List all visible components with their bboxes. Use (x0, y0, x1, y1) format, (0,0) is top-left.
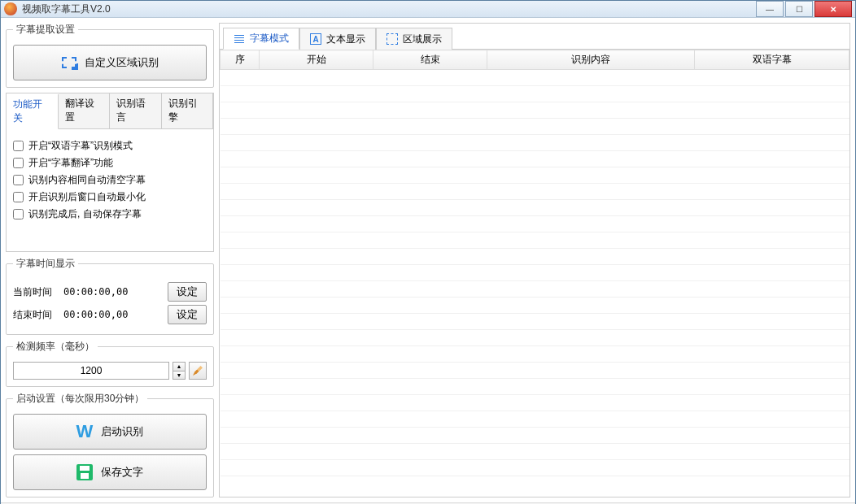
table-row[interactable] (221, 346, 849, 363)
set-current-time-button[interactable]: 设定 (168, 282, 207, 302)
col-end[interactable]: 结束 (373, 50, 487, 70)
frequency-row: ▲ ▼ (13, 362, 207, 380)
check-minimize-after[interactable]: 开启识别后窗口自动最小化 (13, 190, 207, 204)
start-recognition-button[interactable]: W 启动识别 (13, 414, 207, 450)
table-row[interactable] (221, 476, 849, 493)
app-icon (4, 2, 17, 15)
check-bilingual-mode[interactable]: 开启“双语字幕”识别模式 (13, 139, 207, 153)
tab-function-switch[interactable]: 功能开关 (7, 94, 59, 129)
app-window: 视频取字幕工具V2.0 — ☐ ✕ 字幕提取设置 自定义区域识别 功能开关 翻译… (0, 0, 856, 504)
maximize-button[interactable]: ☐ (785, 1, 813, 17)
table-row[interactable] (221, 200, 849, 216)
check-minimize-after-label: 开启识别后窗口自动最小化 (28, 190, 146, 204)
tab-recognize-engine[interactable]: 识别引擎 (162, 93, 214, 128)
set-end-time-button[interactable]: 设定 (168, 305, 207, 324)
table-row[interactable] (221, 411, 849, 428)
table-row[interactable] (221, 428, 849, 444)
check-autosave-input[interactable] (13, 209, 24, 219)
tab-region-display-label: 区域展示 (403, 33, 442, 46)
table-row[interactable] (221, 314, 849, 330)
check-bilingual-mode-input[interactable] (13, 141, 24, 151)
table-row[interactable] (221, 395, 849, 411)
end-time-row: 结束时间 00:00:00,00 设定 (13, 305, 207, 324)
window-buttons: — ☐ ✕ (754, 1, 852, 17)
subtitle-table: 序 开始 结束 识别内容 双语字幕 (220, 50, 849, 493)
tab-text-display-label: 文本显示 (326, 33, 365, 46)
tab-recognize-language[interactable]: 识别语言 (110, 93, 162, 128)
start-settings-title: 启动设置（每次限用30分钟） (13, 392, 147, 406)
table-row[interactable] (221, 379, 849, 395)
table-row[interactable] (221, 444, 849, 460)
floppy-icon (76, 464, 93, 480)
table-row[interactable] (221, 363, 849, 379)
save-text-button[interactable]: 保存文字 (13, 454, 207, 490)
tab-subtitle-mode[interactable]: 字幕模式 (223, 28, 299, 50)
right-panel: 字幕模式 A 文本显示 区域展示 序 开始 结束 (219, 23, 850, 497)
frequency-down-button[interactable]: ▼ (173, 371, 185, 380)
check-minimize-after-input[interactable] (13, 192, 24, 202)
table-header-row: 序 开始 结束 识别内容 双语字幕 (221, 50, 849, 70)
current-time-row: 当前时间 00:00:00,00 设定 (13, 282, 207, 302)
table-row[interactable] (221, 298, 849, 314)
tab-translate-settings[interactable]: 翻译设置 (59, 93, 111, 128)
selection-rect-icon (62, 57, 76, 68)
settings-tab-body: 开启“双语字幕”识别模式 开启“字幕翻译”功能 识别内容相同自动清空字幕 开启识… (7, 129, 213, 251)
table-row[interactable] (221, 216, 849, 232)
table-row[interactable] (221, 167, 849, 184)
settings-tabs: 功能开关 翻译设置 识别语言 识别引擎 开启“双语字幕”识别模式 开启“字幕翻译… (6, 93, 214, 252)
tab-subtitle-mode-label: 字幕模式 (250, 32, 289, 46)
custom-area-button[interactable]: 自定义区域识别 (13, 45, 207, 80)
check-translate-label: 开启“字幕翻译”功能 (28, 156, 113, 170)
settings-tabstrip: 功能开关 翻译设置 识别语言 识别引擎 (7, 93, 213, 129)
frequency-group: 检测频率（毫秒） ▲ ▼ (6, 340, 214, 387)
table-row[interactable] (221, 184, 849, 200)
tab-region-display[interactable]: 区域展示 (376, 28, 452, 50)
check-clear-duplicate-input[interactable] (13, 175, 24, 185)
frequency-edit-button[interactable] (189, 362, 207, 380)
pencil-icon (193, 366, 203, 376)
table-row[interactable] (221, 249, 849, 265)
table-row[interactable] (221, 460, 849, 476)
extract-settings-title: 字幕提取设置 (13, 23, 78, 37)
col-start[interactable]: 开始 (260, 50, 373, 70)
table-row[interactable] (221, 151, 849, 167)
w-icon: W (76, 421, 94, 442)
frequency-title: 检测频率（毫秒） (13, 340, 98, 354)
tab-text-display[interactable]: A 文本显示 (299, 28, 376, 50)
check-translate-input[interactable] (13, 158, 24, 168)
end-time-value: 00:00:00,00 (63, 309, 161, 320)
end-time-label: 结束时间 (13, 308, 57, 322)
extract-settings-group: 字幕提取设置 自定义区域识别 (6, 23, 214, 88)
table-row[interactable] (221, 86, 849, 102)
time-display-title: 字幕时间显示 (13, 257, 78, 271)
check-bilingual-mode-label: 开启“双语字幕”识别模式 (28, 139, 133, 153)
table-row[interactable] (221, 70, 849, 86)
close-button[interactable]: ✕ (815, 1, 852, 17)
table-row[interactable] (221, 102, 849, 119)
frequency-up-button[interactable]: ▲ (173, 363, 185, 371)
start-settings-group: 启动设置（每次限用30分钟） W 启动识别 保存文字 (6, 392, 214, 497)
col-seq[interactable]: 序 (221, 50, 260, 70)
table-row[interactable] (221, 135, 849, 151)
frequency-spinner: ▲ ▼ (173, 362, 186, 380)
frequency-input[interactable] (13, 362, 169, 380)
region-icon (387, 33, 398, 45)
custom-area-label: 自定义区域识别 (85, 55, 159, 70)
table-row[interactable] (221, 119, 849, 135)
col-bilingual[interactable]: 双语字幕 (695, 50, 849, 70)
minimize-button[interactable]: — (756, 1, 784, 17)
table-row[interactable] (221, 232, 849, 249)
check-autosave-label: 识别完成后, 自动保存字幕 (28, 207, 142, 221)
table-row[interactable] (221, 330, 849, 346)
table-row[interactable] (221, 281, 849, 298)
save-text-label: 保存文字 (101, 465, 143, 480)
titlebar[interactable]: 视频取字幕工具V2.0 — ☐ ✕ (1, 1, 855, 18)
subtitle-table-wrap[interactable]: 序 开始 结束 识别内容 双语字幕 (220, 50, 849, 497)
check-autosave[interactable]: 识别完成后, 自动保存字幕 (13, 207, 207, 221)
table-row[interactable] (221, 265, 849, 281)
check-clear-duplicate[interactable]: 识别内容相同自动清空字幕 (13, 173, 207, 187)
col-content[interactable]: 识别内容 (487, 50, 695, 70)
check-translate[interactable]: 开启“字幕翻译”功能 (13, 156, 207, 170)
left-panel: 字幕提取设置 自定义区域识别 功能开关 翻译设置 识别语言 识别引擎 开启“双语… (6, 23, 214, 497)
right-tabstrip: 字幕模式 A 文本显示 区域展示 (220, 24, 849, 50)
